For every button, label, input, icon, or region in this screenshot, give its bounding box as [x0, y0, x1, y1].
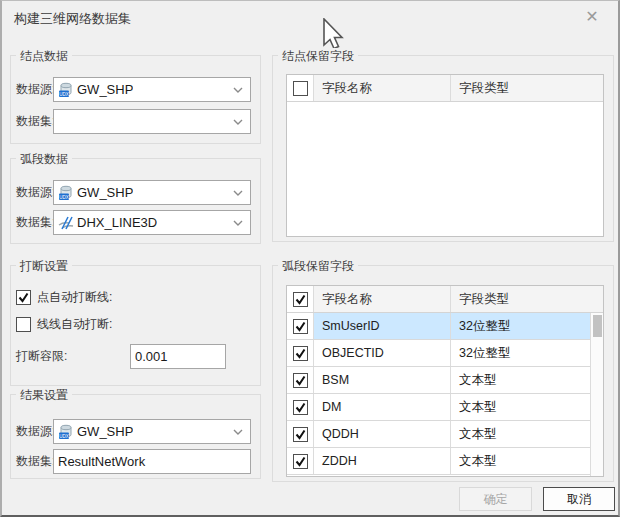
datasource-udb-icon: UDX — [58, 82, 74, 98]
column-header-field-name: 字段名称 — [314, 75, 451, 101]
node-datasource-combo[interactable]: UDX GW_SHP — [53, 77, 251, 102]
field-name-cell: DM — [314, 394, 451, 420]
table-row[interactable]: DM文本型 — [287, 394, 603, 421]
checkbox-unchecked-icon[interactable] — [16, 317, 31, 332]
line3d-dataset-icon — [58, 215, 74, 231]
mouse-cursor — [323, 18, 347, 52]
field-name-cell: BSM — [314, 367, 451, 393]
datasource-label: 数据源: — [16, 180, 55, 205]
row-checkbox[interactable] — [287, 448, 314, 474]
dataset-label: 数据集: — [16, 210, 55, 235]
checkbox-checked-icon[interactable] — [293, 427, 308, 442]
field-type-cell: 文本型 — [451, 367, 603, 393]
field-name-cell: QDDH — [314, 421, 451, 447]
combo-value: DHX_LINE3D — [77, 215, 157, 230]
row-checkbox[interactable] — [287, 313, 314, 339]
field-type-cell: 32位整型 — [451, 313, 603, 339]
node-data-group: 结点数据 数据源: UDX GW_SHP 数据集: — [10, 55, 261, 144]
line-break-label: 线线自动打断: — [37, 316, 112, 333]
arc-fields-group: 弧段保留字段 字段名称 字段类型 SmUserID32位整型OBJECTID32… — [272, 265, 614, 482]
chevron-down-icon — [233, 429, 243, 435]
combo-value: GW_SHP — [77, 82, 133, 97]
table-row[interactable]: ZDDH文本型 — [287, 448, 603, 475]
arc-datasource-combo[interactable]: UDX GW_SHP — [53, 180, 251, 205]
field-name-cell: OBJECTID — [314, 340, 451, 366]
chevron-down-icon — [233, 119, 243, 125]
node-dataset-combo[interactable] — [53, 109, 251, 134]
svg-text:UDX: UDX — [59, 194, 69, 199]
result-settings-group: 结果设置 数据源: UDX GW_SHP 数据集: — [10, 394, 261, 479]
checkbox-checked-icon[interactable] — [293, 454, 308, 469]
scrollbar-thumb[interactable] — [593, 315, 602, 337]
field-name-cell: SmUserID — [314, 313, 451, 339]
field-type-cell: 文本型 — [451, 394, 603, 420]
group-title: 弧段保留字段 — [278, 258, 358, 275]
table-header: 字段名称 字段类型 — [287, 286, 603, 313]
node-fields-table: 字段名称 字段类型 — [286, 74, 604, 237]
ok-button[interactable]: 确定 — [459, 487, 532, 511]
datasource-udb-icon: UDX — [58, 424, 74, 440]
datasource-label: 数据源: — [16, 77, 55, 102]
column-header-field-type: 字段类型 — [451, 75, 603, 101]
chevron-down-icon — [233, 190, 243, 196]
arc-fields-table-body: SmUserID32位整型OBJECTID32位整型BSM文本型DM文本型QDD… — [287, 313, 603, 475]
checkbox-unchecked-icon[interactable] — [293, 81, 308, 96]
tolerance-label: 打断容限: — [16, 344, 67, 369]
datasource-label: 数据源: — [16, 419, 55, 444]
column-header-field-name: 字段名称 — [314, 286, 451, 312]
combo-value: GW_SHP — [77, 424, 133, 439]
checkbox-checked-icon[interactable] — [16, 290, 31, 305]
svg-text:UDX: UDX — [59, 91, 69, 96]
table-row[interactable]: QDDH文本型 — [287, 421, 603, 448]
row-checkbox[interactable] — [287, 421, 314, 447]
line-break-checkbox-row[interactable]: 线线自动打断: — [16, 316, 112, 332]
header-checkbox-cell[interactable] — [287, 286, 314, 312]
row-checkbox[interactable] — [287, 340, 314, 366]
vertical-scrollbar[interactable] — [590, 313, 603, 476]
group-title: 打断设置 — [16, 258, 72, 275]
checkbox-checked-icon[interactable] — [293, 400, 308, 415]
dataset-label: 数据集: — [16, 109, 55, 134]
break-settings-group: 打断设置 点自动打断线: 线线自动打断: 打断容限: 米 — [10, 265, 261, 386]
field-name-cell: ZDDH — [314, 448, 451, 474]
row-checkbox[interactable] — [287, 367, 314, 393]
row-checkbox[interactable] — [287, 394, 314, 420]
checkbox-checked-icon[interactable] — [293, 292, 308, 307]
dataset-label: 数据集: — [16, 449, 55, 474]
column-header-field-type: 字段类型 — [451, 286, 603, 312]
cancel-button[interactable]: 取消 — [543, 487, 615, 511]
build-3d-network-dataset-dialog: 构建三维网络数据集 ✕ 结点数据 数据源: UDX GW_SHP 数据集: 弧段… — [0, 0, 620, 517]
group-title: 结果设置 — [16, 387, 72, 404]
group-title: 结点保留字段 — [278, 48, 358, 65]
checkbox-checked-icon[interactable] — [293, 373, 308, 388]
group-title: 结点数据 — [16, 48, 72, 65]
table-row[interactable]: BSM文本型 — [287, 367, 603, 394]
chevron-down-icon — [233, 87, 243, 93]
checkbox-checked-icon[interactable] — [293, 346, 308, 361]
result-datasource-combo[interactable]: UDX GW_SHP — [53, 419, 251, 444]
header-checkbox-cell[interactable] — [287, 75, 314, 101]
combo-value: GW_SHP — [77, 185, 133, 200]
table-header: 字段名称 字段类型 — [287, 75, 603, 102]
arc-data-group: 弧段数据 数据源: UDX GW_SHP 数据集: DHX_LINE3D — [10, 158, 261, 244]
datasource-udb-icon: UDX — [58, 185, 74, 201]
tolerance-input[interactable] — [130, 344, 226, 369]
field-type-cell: 文本型 — [451, 421, 603, 447]
chevron-down-icon — [233, 220, 243, 226]
table-row[interactable]: OBJECTID32位整型 — [287, 340, 603, 367]
point-break-label: 点自动打断线: — [37, 289, 112, 306]
point-break-checkbox-row[interactable]: 点自动打断线: — [16, 289, 112, 305]
field-type-cell: 文本型 — [451, 448, 603, 474]
arc-dataset-combo[interactable]: DHX_LINE3D — [53, 210, 251, 235]
arc-fields-table: 字段名称 字段类型 SmUserID32位整型OBJECTID32位整型BSM文… — [286, 285, 604, 477]
group-title: 弧段数据 — [16, 151, 72, 168]
checkbox-checked-icon[interactable] — [293, 319, 308, 334]
table-row[interactable]: SmUserID32位整型 — [287, 313, 603, 340]
dialog-title: 构建三维网络数据集 — [14, 10, 131, 28]
node-fields-group: 结点保留字段 字段名称 字段类型 — [272, 55, 614, 242]
svg-text:UDX: UDX — [59, 433, 69, 438]
close-icon[interactable]: ✕ — [582, 6, 602, 26]
field-type-cell: 32位整型 — [451, 340, 603, 366]
result-dataset-input[interactable] — [53, 449, 251, 474]
